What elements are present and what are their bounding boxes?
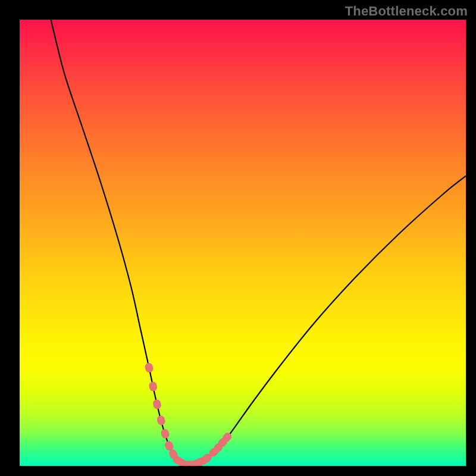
highlight-segment-left-pill — [152, 399, 162, 410]
plot-area — [20, 20, 466, 466]
curve-layer — [20, 20, 466, 466]
highlight-segment-left-pill — [148, 381, 158, 392]
chart-frame: TheBottleneck.com — [0, 0, 476, 476]
highlight-segment-left-pill — [156, 415, 166, 426]
bottleneck-curve-path — [51, 20, 466, 465]
highlight-markers — [144, 362, 233, 466]
highlight-segment-left-pill — [160, 428, 170, 439]
bottleneck-curve — [51, 20, 466, 465]
watermark-text: TheBottleneck.com — [345, 4, 468, 19]
highlight-segment-left-pill — [144, 362, 154, 373]
